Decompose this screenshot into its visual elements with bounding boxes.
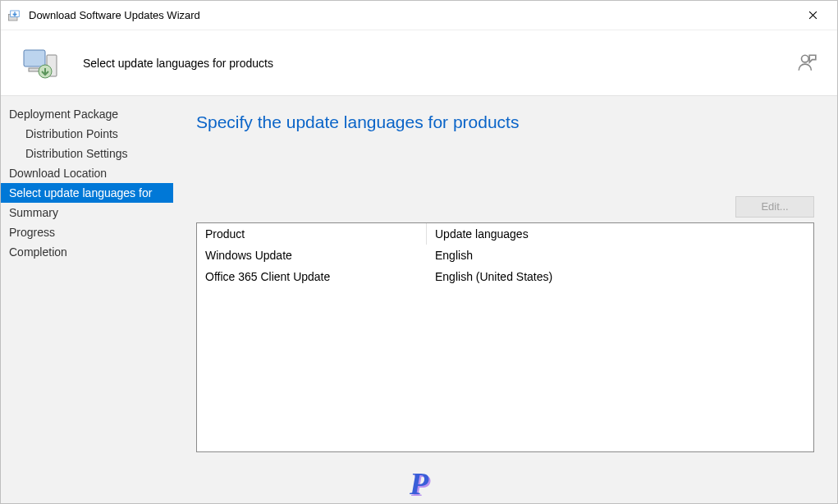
sidebar-step-3[interactable]: Download Location xyxy=(1,163,173,183)
sidebar-step-2[interactable]: Distribution Settings xyxy=(1,144,173,163)
cell-product: Windows Update xyxy=(197,245,427,266)
sidebar-step-4[interactable]: Select update languages for xyxy=(1,183,173,203)
cell-languages: English xyxy=(427,245,813,266)
window-title: Download Software Updates Wizard xyxy=(29,9,794,21)
edit-row: Edit... xyxy=(196,196,814,218)
cell-languages: English (United States) xyxy=(427,266,813,287)
titlebar: Download Software Updates Wizard xyxy=(1,1,837,30)
wizard-window: Download Software Updates Wizard Select … xyxy=(0,0,838,504)
wizard-header: Select update languages for products xyxy=(1,30,837,96)
column-header-languages[interactable]: Update languages xyxy=(427,223,813,245)
column-header-product[interactable]: Product xyxy=(197,223,427,245)
table-row[interactable]: Windows UpdateEnglish xyxy=(197,245,813,266)
sidebar-step-6[interactable]: Progress xyxy=(1,222,173,242)
sidebar-step-7[interactable]: Completion xyxy=(1,242,173,262)
sidebar-step-1[interactable]: Distribution Points xyxy=(1,124,173,144)
svg-rect-2 xyxy=(24,50,45,66)
sidebar: Deployment PackageDistribution PointsDis… xyxy=(1,96,173,503)
languages-table: Product Update languages Windows UpdateE… xyxy=(196,222,814,452)
close-button[interactable] xyxy=(794,4,831,27)
wizard-subtitle: Select update languages for products xyxy=(83,57,273,70)
table-body: Windows UpdateEnglishOffice 365 Client U… xyxy=(197,245,813,451)
content-pane: Specify the update languages for product… xyxy=(173,96,837,503)
feedback-icon[interactable] xyxy=(796,53,817,74)
sidebar-step-0[interactable]: Deployment Package xyxy=(1,104,173,124)
cell-product: Office 365 Client Update xyxy=(197,266,427,287)
sidebar-step-5[interactable]: Summary xyxy=(1,203,173,222)
app-icon xyxy=(7,8,22,23)
wizard-icon xyxy=(21,44,60,83)
page-title: Specify the update languages for product… xyxy=(196,112,814,132)
table-header: Product Update languages xyxy=(197,223,813,245)
svg-point-6 xyxy=(802,55,809,62)
table-row[interactable]: Office 365 Client UpdateEnglish (United … xyxy=(197,266,813,287)
edit-button[interactable]: Edit... xyxy=(735,196,814,218)
wizard-body: Deployment PackageDistribution PointsDis… xyxy=(1,96,837,503)
